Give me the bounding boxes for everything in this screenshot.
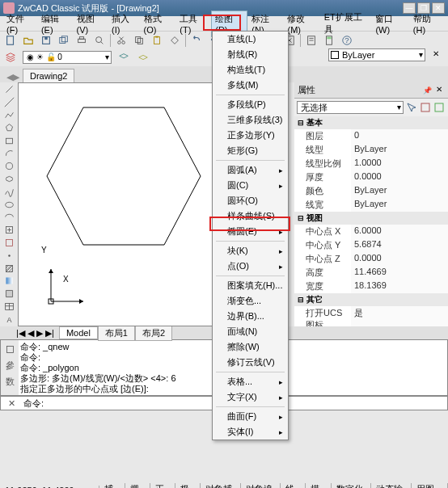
selectobj-icon[interactable]	[433, 101, 446, 114]
menu-item[interactable]: 构造线(T)	[213, 62, 288, 78]
status-toggle[interactable]: 动态输入	[371, 483, 411, 489]
status-toggle[interactable]: 数字化仪	[332, 483, 371, 489]
prop-category[interactable]: 基本	[294, 116, 448, 129]
match-icon[interactable]	[167, 33, 182, 48]
copy-icon[interactable]	[132, 33, 146, 48]
menu-item[interactable]: 正多边形(Y)	[213, 128, 288, 143]
ellipsearc-icon[interactable]	[2, 212, 16, 223]
status-toggle[interactable]: 栅格	[125, 483, 150, 489]
undo-icon[interactable]	[189, 33, 204, 48]
cmd-close-icon[interactable]: ✕	[4, 396, 19, 410]
xline-icon[interactable]	[2, 97, 16, 108]
insert-icon[interactable]	[2, 225, 16, 236]
save-icon[interactable]	[39, 33, 53, 48]
calculator-icon[interactable]	[322, 33, 336, 48]
spline-icon[interactable]	[2, 186, 16, 197]
prop-row[interactable]: 图层0	[294, 129, 448, 143]
circle-icon[interactable]	[2, 161, 16, 172]
model-tab[interactable]: Model	[59, 326, 98, 339]
polygon-icon[interactable]	[2, 122, 16, 133]
preview-icon[interactable]	[92, 33, 107, 48]
bylayer-close[interactable]: ✕	[430, 49, 442, 61]
prop-row[interactable]: 中心点 Z0.0000	[294, 252, 448, 266]
arc-icon[interactable]	[2, 148, 16, 159]
menu-item[interactable]: 三维多段线(3)	[213, 112, 288, 128]
pickadd-icon[interactable]	[419, 101, 432, 114]
menu-11[interactable]: 帮助(H)	[410, 11, 445, 36]
prop-row[interactable]: 中心点 X6.0000	[294, 225, 448, 238]
cmd-para-icon[interactable]: 參	[2, 358, 17, 372]
menu-item[interactable]: 圆(C)	[213, 178, 288, 193]
quickselect-icon[interactable]	[405, 101, 418, 114]
prop-row[interactable]: 颜色ByLayer	[294, 184, 448, 198]
menu-10[interactable]: 窗口(W)	[372, 11, 408, 36]
hatch-icon[interactable]	[2, 263, 16, 274]
paste-icon[interactable]	[150, 33, 164, 48]
prop-row[interactable]: 高度11.4669	[294, 266, 448, 280]
status-toggle[interactable]: 正交	[150, 483, 175, 489]
menu-item[interactable]: 圆环(O)	[213, 193, 288, 208]
prop-row[interactable]: 线型ByLayer	[294, 143, 448, 157]
cmd-num-icon[interactable]: 数	[2, 374, 17, 389]
menu-item[interactable]: 擦除(W)	[213, 339, 288, 355]
prop-category[interactable]: 视图	[294, 212, 448, 225]
new-icon[interactable]	[3, 33, 18, 48]
prop-category[interactable]: 其它	[294, 293, 448, 306]
cmd-hist-icon[interactable]	[2, 342, 17, 356]
layer-states-icon[interactable]	[116, 50, 131, 65]
status-toggle[interactable]: 对象追踪	[241, 483, 281, 489]
menu-item[interactable]: 边界(B)...	[213, 309, 288, 324]
model-tab[interactable]: 布局2	[135, 326, 172, 341]
menu-item[interactable]: 块(K)	[213, 243, 288, 259]
revcloud-icon[interactable]	[2, 174, 16, 185]
menu-item[interactable]: 样条曲线(S)	[213, 208, 288, 224]
ellipse-icon[interactable]	[2, 199, 16, 210]
selection-combo[interactable]: 无选择	[297, 101, 404, 114]
menu-item[interactable]: 图案填充(H)...	[213, 278, 288, 293]
prop-row[interactable]: 线型比例1.0000	[294, 157, 448, 170]
tab-nav-icon[interactable]: ◀▶	[6, 72, 19, 82]
menu-item[interactable]: 椭圆(E)	[213, 224, 288, 239]
menu-item[interactable]: 多线(M)	[213, 78, 288, 93]
saveall-icon[interactable]	[57, 33, 71, 48]
rect-icon[interactable]	[2, 135, 16, 146]
status-toggle[interactable]: 模型	[306, 483, 331, 489]
menu-item[interactable]: 文字(X)	[213, 389, 288, 405]
open-icon[interactable]	[21, 33, 36, 48]
menu-item[interactable]: 实体(I)	[213, 424, 288, 440]
pline-icon[interactable]	[2, 110, 16, 121]
menu-item[interactable]: 射线(R)	[213, 47, 288, 62]
gradient-icon[interactable]	[2, 276, 16, 287]
point-icon[interactable]	[2, 250, 16, 261]
menu-item[interactable]: 表格...	[213, 374, 288, 389]
status-toggle[interactable]: 线宽	[281, 483, 306, 489]
menu-item[interactable]: 修订云线(V)	[213, 355, 288, 370]
cut-icon[interactable]	[114, 33, 129, 48]
menu-item[interactable]: 多段线(P)	[213, 97, 288, 112]
menu-item[interactable]: 直线(L)	[213, 32, 288, 47]
layer-icon[interactable]	[3, 50, 18, 65]
line-icon[interactable]	[2, 84, 16, 95]
properties-pin-icon[interactable]: 📌	[423, 86, 432, 95]
prop-row[interactable]: 线宽ByLayer	[294, 198, 448, 212]
prop-row[interactable]: 中心点 Y5.6874	[294, 238, 448, 252]
menu-item[interactable]: 点(O)	[213, 259, 288, 274]
model-tab[interactable]: 布局1	[98, 326, 135, 341]
help-icon[interactable]: ?	[340, 33, 354, 48]
menu-item[interactable]: 曲面(F)	[213, 409, 288, 424]
text-icon[interactable]: A	[2, 313, 16, 325]
prop-row[interactable]: 打开UCS图标是	[294, 306, 448, 326]
menu-item[interactable]: 矩形(G)	[213, 143, 288, 158]
status-toggle[interactable]: 对象捕捉	[201, 483, 240, 489]
color-combo[interactable]: ByLayer	[328, 48, 425, 61]
menu-item[interactable]: 圆弧(A)	[213, 162, 288, 178]
table-icon[interactable]	[2, 301, 16, 313]
menu-item[interactable]: 渐变色...	[213, 293, 288, 309]
properties-close[interactable]: ✕	[433, 85, 445, 96]
status-toggle[interactable]: 用图表▾	[412, 483, 448, 489]
tab-nav-left-icon[interactable]: |◀ ◀ ▶ ▶|	[16, 328, 54, 339]
layer-combo[interactable]: ◉ ☀ 🔓 0	[23, 51, 112, 64]
prop-row[interactable]: 厚度0.0000	[294, 170, 448, 184]
status-toggle[interactable]: 极轴	[175, 483, 201, 489]
prop-row[interactable]: 宽度18.1369	[294, 280, 448, 293]
